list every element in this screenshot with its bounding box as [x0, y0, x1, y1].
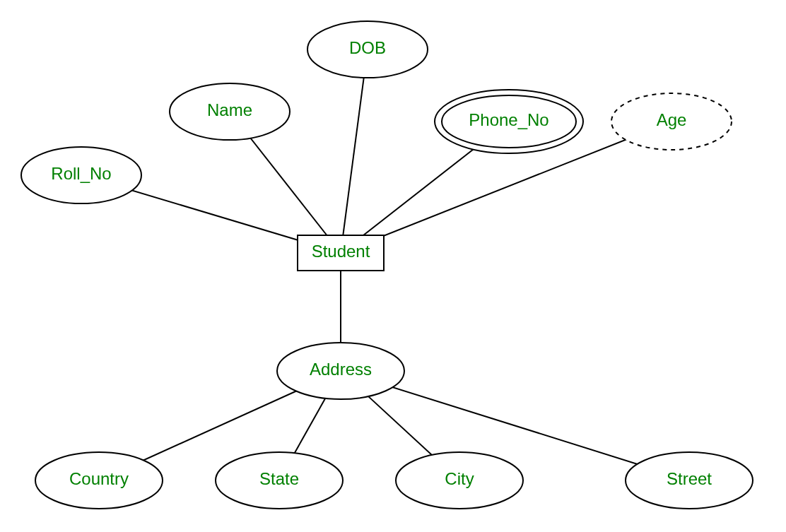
attribute-country: Country [35, 452, 163, 509]
er-diagram: Student Roll_No Name DOB Phone_No Age Ad… [0, 0, 786, 532]
attribute-city: City [396, 452, 523, 509]
attribute-state-label: State [259, 469, 299, 488]
attribute-city-label: City [445, 469, 474, 488]
entity-student: Student [298, 235, 384, 271]
attribute-name: Name [170, 83, 290, 140]
attribute-age: Age [611, 93, 732, 150]
attribute-address-label: Address [310, 360, 372, 379]
attribute-phoneno: Phone_No [435, 90, 583, 153]
attribute-age-label: Age [657, 110, 687, 129]
attribute-name-label: Name [207, 100, 252, 119]
attribute-country-label: Country [69, 469, 129, 488]
attribute-phoneno-label: Phone_No [469, 110, 549, 129]
attribute-rollno-label: Roll_No [51, 164, 111, 183]
attribute-state: State [216, 452, 343, 509]
edge-student-dob [341, 49, 368, 253]
attribute-dob: DOB [307, 21, 428, 78]
attribute-dob-label: DOB [349, 38, 386, 57]
attribute-street-label: Street [667, 469, 712, 488]
attribute-address: Address [277, 343, 404, 399]
attribute-street: Street [626, 452, 753, 509]
attribute-rollno: Roll_No [21, 147, 141, 203]
entity-student-label: Student [312, 242, 370, 261]
